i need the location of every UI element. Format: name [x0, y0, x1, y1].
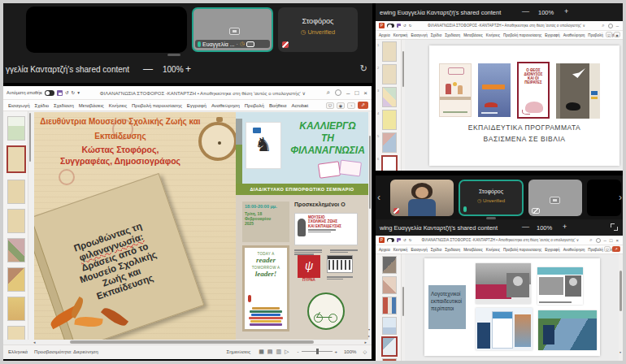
search-icon[interactable]: ⌕ — [327, 89, 330, 97]
menu-item[interactable]: Αναθεώρηση — [563, 33, 585, 37]
search-icon[interactable]: ⌕ — [589, 237, 592, 243]
catchup-button[interactable]: ◔ — [347, 102, 355, 109]
menu-item[interactable]: Σχέδιο — [35, 103, 50, 108]
slide-canvas-title[interactable]: Διευθύντρια Μουσείου Σχολικής Ζωής και Ε… — [34, 112, 236, 340]
menu-item[interactable]: Μεταβάσεις — [79, 103, 104, 108]
comments-button[interactable]: 🗩 — [606, 32, 612, 37]
share-button[interactable]: ⇗ — [358, 102, 368, 109]
menu-item[interactable]: Βοήθεια — [269, 103, 287, 108]
fit-slide-icon[interactable]: ◇ — [363, 349, 367, 354]
camera-toggle-icon[interactable] — [246, 41, 254, 47]
participant-tile-stoforos[interactable]: Στοφόρος ◷ Unverified — [278, 7, 358, 52]
redo-icon[interactable]: ↻ — [409, 238, 412, 242]
participant-tile-camera-off[interactable] — [26, 6, 187, 53]
qat-dropdown-icon[interactable]: ▾ — [77, 90, 80, 95]
menu-item[interactable]: Εισαγωγή — [411, 33, 427, 37]
menu-item[interactable]: Κεντρική — [393, 248, 408, 252]
restore-button[interactable]: □ — [610, 238, 613, 243]
seminar-poster-graphic[interactable]: ♞ ΚΑΛΛΙΕΡΓΩ ΤΗ ΦΙΛΑΝΑΓΝΩΣΙΑ ΔΙΑΔΙΚΤΥΑΚΟ … — [236, 112, 368, 340]
accessibility-status[interactable]: Προσβασιμότητα: Διερεύνηση — [34, 349, 98, 354]
slide-thumbnail-selected[interactable] — [381, 336, 398, 357]
search-icon[interactable]: ⌕ — [602, 23, 604, 28]
participant-tile-black[interactable] — [587, 180, 621, 216]
sorter-view-icon[interactable]: ▤ — [267, 349, 273, 354]
account-icon[interactable] — [596, 238, 601, 243]
comments-button[interactable]: 🗩 — [604, 246, 611, 252]
reading-view-icon[interactable]: ▥ — [276, 349, 281, 354]
editor-vscrollbar[interactable]: ▾ — [619, 254, 623, 361]
zoom-out-button[interactable]: — — [522, 7, 529, 15]
restore-button[interactable]: □ — [354, 89, 359, 97]
notes-button[interactable]: Σημειώσεις — [226, 349, 250, 354]
save-icon[interactable] — [397, 24, 401, 28]
autosave-toggle[interactable] — [45, 90, 54, 96]
menu-item[interactable]: Σχέδιο — [431, 248, 441, 252]
zoom-slider[interactable]: -+ — [298, 349, 338, 354]
scroll-down-arrow[interactable]: ▾ — [619, 350, 621, 354]
scroll-down-arrow[interactable]: ▾ — [368, 327, 370, 332]
minimize-button[interactable]: – — [346, 89, 350, 97]
menu-item[interactable]: Προβολή — [245, 103, 264, 108]
menu-item[interactable]: Σχεδίαση — [54, 103, 74, 108]
slide-thumbnail[interactable] — [382, 297, 397, 314]
menu-item[interactable]: Κεντρική — [393, 33, 408, 37]
slide-thumbnail[interactable] — [7, 209, 25, 233]
participant-tile-stoforos[interactable]: Στοφόρος ◷ Unverified — [459, 180, 524, 216]
zoom-in-button[interactable]: + — [563, 223, 567, 231]
menu-item[interactable]: Μεταβάσεις — [463, 33, 483, 37]
menu-item[interactable]: Προβολή παρουσίασης — [132, 103, 182, 108]
menu-item[interactable]: Εγγραφή — [545, 33, 559, 37]
slide-thumbnail[interactable] — [7, 267, 25, 292]
participant-tile-camera-off[interactable] — [528, 180, 582, 216]
presenter-button[interactable]: ◉ — [337, 102, 345, 109]
zoom-out-button[interactable]: — — [522, 223, 529, 231]
strip-scroll-left-icon[interactable]: ‹ — [377, 192, 380, 203]
menu-item[interactable]: Αναθεώρηση — [563, 248, 585, 252]
menu-item[interactable]: Acrobat — [291, 103, 308, 108]
zoom-out-button[interactable]: — — [143, 63, 153, 75]
menu-item[interactable]: Σχέδιο — [431, 33, 441, 37]
participant-tile-video[interactable] — [390, 180, 454, 216]
menu-item[interactable]: Κινήσεις — [486, 33, 500, 37]
zoom-in-icon[interactable]: + — [335, 349, 338, 354]
zoom-out-icon[interactable]: - — [298, 349, 299, 354]
slideshow-icon[interactable]: ▷ — [285, 349, 289, 354]
account-icon[interactable] — [608, 24, 613, 28]
zoom-in-button[interactable]: + — [185, 63, 191, 75]
editor-vscrollbar[interactable]: ▾ ▸ — [368, 111, 372, 340]
account-icon[interactable] — [335, 89, 341, 96]
undo-icon[interactable]: ↺ — [403, 238, 406, 242]
slide-thumbnail[interactable] — [7, 116, 25, 141]
participant-tile-evangelia[interactable]: Ευαγγελία ... · ◷ — [192, 7, 273, 52]
status-zoom-level[interactable]: 100% — [344, 349, 356, 354]
menu-item[interactable]: Μεταβάσεις — [463, 248, 483, 252]
zoom-in-button[interactable]: + — [564, 7, 568, 15]
close-button[interactable]: × — [363, 89, 367, 97]
share-button[interactable]: ⇗ — [612, 246, 620, 252]
slide-thumbnail[interactable] — [382, 110, 397, 130]
minimize-button[interactable]: – — [604, 238, 606, 243]
minimize-button[interactable]: – — [616, 24, 619, 28]
slide-thumbnail[interactable] — [7, 326, 25, 340]
menu-item[interactable]: Σχεδίαση — [445, 248, 460, 252]
menu-item[interactable]: Εγγραφή — [545, 248, 559, 252]
save-icon[interactable] — [57, 90, 63, 96]
slide-thumbnail[interactable] — [382, 132, 397, 153]
menu-item[interactable]: Αρχείο — [379, 248, 390, 252]
close-button[interactable]: × — [615, 238, 619, 243]
slide-thumbnail[interactable] — [7, 297, 25, 321]
thumbnail-scrollbar[interactable] — [28, 111, 32, 340]
slide-thumbnail-selected[interactable] — [381, 155, 398, 171]
slide-thumbnail[interactable] — [7, 238, 25, 262]
save-icon[interactable] — [397, 238, 401, 242]
undo-icon[interactable]: ↺ — [403, 24, 406, 28]
menu-item[interactable]: Εγγραφή — [187, 103, 206, 108]
slide-canvas-walks[interactable]: Λογοτεχνικοί εκπαιδευτικοί περίπατοι — [424, 258, 600, 356]
slide-thumbnail[interactable] — [382, 64, 397, 84]
redo-icon[interactable]: ↻ — [409, 24, 412, 28]
slide-thumbnail[interactable] — [382, 41, 397, 62]
normal-view-icon[interactable]: ▦ — [259, 349, 264, 354]
slide-thumbnail[interactable] — [382, 87, 397, 107]
redo-icon[interactable]: ↻ — [72, 90, 76, 95]
language-status[interactable]: Ελληνικά — [8, 349, 28, 354]
